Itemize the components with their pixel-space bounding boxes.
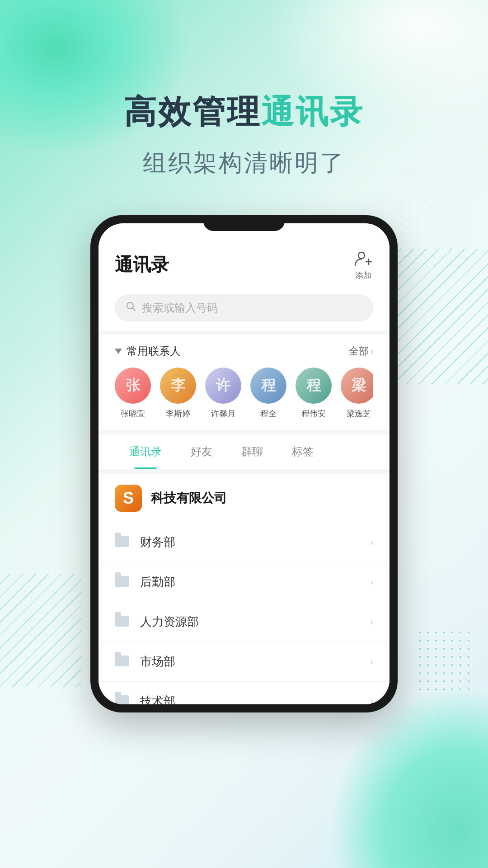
avatar-circle: 程 (296, 368, 332, 404)
dept-item[interactable]: 技术部› (99, 682, 389, 704)
folder-icon (115, 695, 129, 705)
phone-wrapper: 通讯录 添加 (0, 215, 488, 712)
screen-header: 通讯录 添加 (99, 223, 389, 290)
avatar-face: 程 (296, 368, 332, 404)
search-bar: 搜索或输入号码 (99, 290, 389, 330)
view-all-button[interactable]: 全部 › (349, 344, 373, 358)
dept-name: 技术部 (140, 693, 370, 704)
chevron-right-icon: › (370, 576, 373, 588)
dept-name: 市场部 (140, 654, 370, 670)
chevron-right-icon: › (370, 616, 373, 628)
contact-name: 程伟安 (301, 408, 326, 419)
avatar-list: 张张晓萱李李斯婷许许馨月程程全程程伟安梁梁逸芝沐沐 (115, 368, 373, 419)
search-placeholder-text: 搜索或输入号码 (142, 301, 218, 315)
avatar-item[interactable]: 许许馨月 (205, 368, 241, 419)
contact-name: 许馨月 (211, 408, 235, 419)
company-logo-text: S (123, 489, 134, 508)
header-title: 高效管理通讯录 (0, 90, 488, 134)
add-person-icon (353, 248, 373, 268)
add-label: 添加 (355, 270, 371, 281)
collapse-icon (115, 349, 122, 354)
contact-name: 梁逸芝 (347, 408, 371, 419)
view-all-label: 全部 (349, 344, 369, 358)
frequent-header: 常用联系人 全部 › (115, 344, 373, 359)
company-logo: S (115, 485, 142, 512)
search-input[interactable]: 搜索或输入号码 (115, 294, 373, 321)
chevron-right-icon: › (370, 696, 373, 705)
folder-icon (115, 656, 129, 668)
contact-name: 李斯婷 (166, 408, 190, 419)
company-section: S 科技有限公司 (99, 474, 389, 523)
svg-point-0 (358, 252, 365, 259)
avatar-circle: 程 (250, 368, 286, 404)
chevron-right-icon: › (371, 347, 373, 356)
frequent-section: 常用联系人 全部 › 张张晓萱李李斯婷许许馨月程程全程程伟安梁梁逸芝沐沐 (99, 335, 389, 430)
tab-标签[interactable]: 标签 (277, 434, 328, 469)
header-title-part1: 高效管理 (124, 94, 261, 130)
chevron-right-icon: › (370, 537, 373, 548)
avatar-item[interactable]: 李李斯婷 (160, 368, 196, 419)
phone-frame: 通讯录 添加 (90, 215, 398, 712)
frequent-title-row: 常用联系人 (115, 344, 181, 359)
dept-item[interactable]: 后勤部› (99, 562, 389, 602)
contact-name: 张晓萱 (121, 408, 145, 419)
header-section: 高效管理通讯录 组织架构清晰明了 (0, 0, 488, 179)
search-icon (126, 301, 136, 315)
chevron-right-icon: › (370, 656, 373, 668)
avatar-face: 李 (160, 368, 196, 404)
folder-icon (115, 616, 129, 628)
folder-icon (115, 536, 129, 549)
tab-好友[interactable]: 好友 (176, 434, 227, 469)
screen-title: 通讯录 (115, 252, 169, 277)
avatar-face: 许 (205, 368, 241, 404)
phone-notch (203, 215, 285, 231)
dept-name: 人力资源部 (140, 614, 370, 630)
bg-teal-bottom-right (330, 687, 488, 868)
frequent-title: 常用联系人 (127, 344, 181, 359)
dept-name: 后勤部 (140, 574, 370, 590)
phone-screen: 通讯录 添加 (99, 223, 389, 704)
avatar-circle: 梁 (341, 368, 373, 404)
dept-list: 财务部›后勤部›人力资源部›市场部›技术部›客户服务部› (99, 523, 389, 704)
avatar-item[interactable]: 程程全 (250, 368, 286, 419)
dept-name: 财务部 (140, 534, 370, 550)
add-contact-button[interactable]: 添加 (353, 248, 373, 281)
dept-item[interactable]: 人力资源部› (99, 602, 389, 642)
contact-name: 程全 (260, 408, 277, 419)
company-name: 科技有限公司 (151, 490, 227, 507)
header-title-part2: 通讯录 (261, 94, 364, 130)
avatar-circle: 张 (115, 368, 151, 404)
avatar-item[interactable]: 张张晓萱 (115, 368, 151, 419)
avatar-face: 程 (250, 368, 286, 404)
avatar-circle: 李 (160, 368, 196, 404)
folder-icon (115, 576, 129, 589)
header-subtitle: 组织架构清晰明了 (0, 147, 488, 179)
avatar-face: 张 (115, 368, 151, 404)
avatar-circle: 许 (205, 368, 241, 404)
tabs-section: 通讯录好友群聊标签 (99, 434, 389, 469)
tab-通讯录[interactable]: 通讯录 (115, 434, 176, 469)
dept-item[interactable]: 市场部› (99, 642, 389, 682)
avatar-item[interactable]: 梁梁逸芝 (341, 368, 373, 419)
avatar-item[interactable]: 程程伟安 (296, 368, 332, 419)
dept-item[interactable]: 财务部› (99, 523, 389, 562)
tab-群聊[interactable]: 群聊 (227, 434, 277, 469)
avatar-face: 梁 (341, 368, 373, 404)
